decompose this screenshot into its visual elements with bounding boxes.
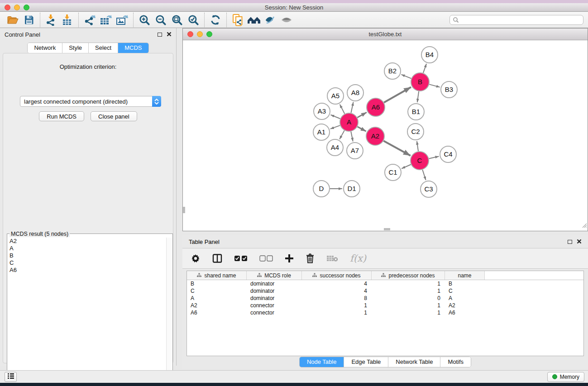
mcds-result-item[interactable]: A2 [8, 238, 166, 245]
close-panel-button[interactable]: Close panel [91, 111, 137, 121]
table-cell[interactable]: 4 [302, 287, 372, 295]
table-cell[interactable]: A [445, 295, 485, 302]
edge-B-B2[interactable] [402, 75, 411, 79]
column-header-name[interactable]: name [445, 271, 485, 280]
edge-A2-C[interactable] [383, 141, 410, 156]
tab-motifs[interactable]: Motifs [440, 357, 471, 367]
table-row[interactable]: A2connector11A2 [187, 302, 583, 309]
edge-A-A1[interactable] [330, 125, 340, 129]
close-panel-icon[interactable] [167, 30, 172, 38]
export-table-icon[interactable] [98, 13, 114, 27]
table-row[interactable]: A6connector11A6 [187, 309, 583, 316]
node-table[interactable]: shared nameMCDS rolesuccessor nodesprede… [186, 271, 584, 356]
tab-edge-table[interactable]: Edge Table [344, 357, 388, 367]
table-cell[interactable]: 0 [372, 295, 445, 302]
table-row[interactable]: Bdominator41B [187, 280, 583, 287]
edge-A-A5[interactable] [340, 105, 345, 114]
criterion-dropdown[interactable]: largest connected component (directed) [20, 96, 161, 107]
table-cell[interactable]: 1 [372, 309, 445, 316]
table-cell[interactable]: 1 [372, 302, 445, 309]
mcds-result-item[interactable]: C [8, 259, 166, 267]
edge-A6-B[interactable] [384, 87, 411, 102]
tab-node-table[interactable]: Node Table [300, 357, 344, 367]
table-cell[interactable]: dominator [247, 295, 302, 302]
table-cell[interactable]: 1 [302, 309, 372, 316]
edge-A-A6[interactable] [357, 112, 367, 118]
canvas-hscroll-thumb[interactable] [384, 228, 390, 230]
network-window-titlebar[interactable]: testGlobe.txt [183, 29, 588, 40]
home-icon[interactable] [246, 13, 262, 27]
hide-eye-icon[interactable] [262, 13, 278, 27]
gear-icon[interactable] [191, 253, 201, 263]
zoom-in-icon[interactable] [136, 13, 153, 27]
import-network-icon[interactable] [43, 13, 59, 27]
edge-B-B4[interactable] [423, 64, 426, 73]
close-panel-icon[interactable] [577, 238, 582, 246]
table-cell[interactable]: A2 [445, 302, 485, 309]
edge-C-C2[interactable] [417, 141, 418, 151]
table-row[interactable]: Adominator80A [187, 295, 583, 302]
table-cell[interactable]: 4 [302, 280, 372, 287]
tab-network[interactable]: Network [28, 43, 62, 53]
minimize-window-button[interactable] [197, 31, 203, 37]
table-cell[interactable]: A6 [187, 309, 247, 316]
duplicate-network-icon[interactable] [229, 13, 246, 27]
table-cell[interactable]: dominator [247, 280, 302, 287]
save-icon[interactable] [21, 13, 37, 27]
minimize-window-button[interactable] [14, 5, 20, 10]
column-header-shared-name[interactable]: shared name [187, 271, 247, 280]
close-window-button[interactable] [5, 5, 10, 10]
edge-A-A8[interactable] [351, 102, 353, 113]
table-cell[interactable]: connector [247, 302, 302, 309]
split-column-icon[interactable] [212, 254, 222, 263]
memory-button[interactable]: Memory [547, 372, 584, 382]
table-cell[interactable]: A [187, 295, 247, 302]
import-table-icon[interactable] [59, 13, 76, 27]
mcds-result-item[interactable]: A6 [8, 267, 166, 274]
tab-select[interactable]: Select [89, 43, 118, 53]
column-header-predecessor-nodes[interactable]: predecessor nodes [372, 271, 445, 280]
delete-column-icon[interactable] [306, 253, 315, 263]
search-input[interactable] [449, 15, 583, 25]
add-column-icon[interactable] [285, 254, 294, 263]
run-mcds-button[interactable]: Run MCDS [39, 111, 84, 121]
network-canvas[interactable]: B4B2BB3A5A8A6A3B1AA1C2A2A4A7CC4C1C3DD1 [183, 40, 588, 230]
select-all-icon[interactable] [234, 255, 248, 262]
table-cell[interactable]: 8 [302, 295, 372, 302]
edge-B-B3[interactable] [429, 84, 440, 87]
mcds-result-item[interactable]: A [8, 245, 166, 252]
tab-network-table[interactable]: Network Table [388, 357, 440, 367]
table-cell[interactable]: B [445, 280, 485, 287]
table-cell[interactable]: 1 [372, 280, 445, 287]
resize-grip-icon[interactable] [581, 222, 587, 230]
zoom-out-icon[interactable] [153, 13, 169, 27]
table-cell[interactable]: A2 [187, 302, 247, 309]
edge-A-A2[interactable] [358, 127, 366, 131]
refresh-icon[interactable] [207, 13, 224, 27]
edge-C-C4[interactable] [429, 157, 439, 159]
show-eye-icon[interactable] [278, 13, 295, 27]
table-cell[interactable]: C [187, 287, 247, 295]
network-graph[interactable]: B4B2BB3A5A8A6A3B1AA1C2A2A4A7CC4C1C3DD1 [183, 40, 588, 230]
tab-style[interactable]: Style [62, 43, 89, 53]
result-scrollbar[interactable] [166, 238, 172, 384]
table-cell[interactable]: 1 [302, 302, 372, 309]
float-panel-icon[interactable] [158, 33, 162, 37]
canvas-vscroll-thumb[interactable] [183, 207, 185, 213]
zoom-fit-icon[interactable] [169, 13, 185, 27]
open-folder-icon[interactable] [5, 13, 21, 27]
edge-A-A3[interactable] [330, 115, 340, 119]
float-panel-icon[interactable] [568, 240, 572, 244]
deselect-all-icon[interactable] [259, 255, 273, 262]
table-cell[interactable]: dominator [247, 287, 302, 295]
edge-A-A4[interactable] [339, 130, 344, 139]
table-cell[interactable]: connector [247, 309, 302, 316]
edge-C-C1[interactable] [402, 164, 411, 168]
mcds-result-item[interactable]: B [8, 252, 166, 259]
export-image-icon[interactable] [114, 13, 130, 27]
task-history-button[interactable] [5, 372, 17, 382]
zoom-window-button[interactable] [206, 31, 212, 37]
export-network-icon[interactable] [81, 13, 98, 27]
table-cell[interactable]: B [187, 280, 247, 287]
table-cell[interactable]: C [445, 287, 485, 295]
